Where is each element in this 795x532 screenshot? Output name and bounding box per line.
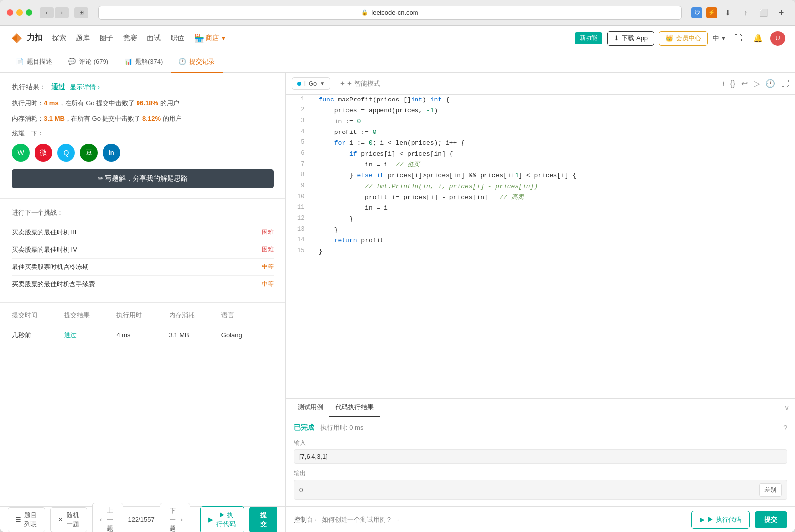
logo-icon bbox=[10, 32, 24, 45]
nav-explore[interactable]: 探索 bbox=[52, 34, 66, 43]
random-problem-button[interactable]: ✕ 随机一题 bbox=[50, 507, 87, 532]
challenge-item-1[interactable]: 买卖股票的最佳时机 III 困难 bbox=[12, 224, 274, 241]
tab-solutions[interactable]: 📊 题解(374) bbox=[116, 51, 171, 73]
test-input-label: 输入 bbox=[294, 439, 787, 447]
shield-extension-icon[interactable]: 🛡 bbox=[691, 7, 702, 18]
weibo-share-button[interactable]: 微 bbox=[35, 144, 52, 162]
console-separator: · bbox=[397, 516, 399, 523]
nav-interview[interactable]: 面试 bbox=[147, 34, 161, 43]
url-bar[interactable]: 🔒 leetcode-cn.com bbox=[98, 6, 682, 20]
tab-view-button[interactable]: ⊞ bbox=[74, 7, 88, 18]
execution-result-tab[interactable]: 代码执行结果 bbox=[329, 399, 380, 417]
execute-button[interactable]: ▶ ▶ 执行代码 bbox=[200, 506, 244, 532]
write-solution-button[interactable]: ✏ 写题解，分享我的解题思路 bbox=[12, 169, 274, 188]
problem-list-button[interactable]: ☰ 题目列表 bbox=[8, 507, 45, 532]
submit-code-button[interactable]: 提交 bbox=[755, 511, 787, 528]
result-row: 执行结果： 通过 显示详情 › bbox=[12, 83, 274, 92]
result-status[interactable]: 通过 bbox=[51, 83, 65, 92]
language-button[interactable]: 中 ▼ bbox=[713, 34, 726, 43]
test-case-tab[interactable]: 测试用例 bbox=[292, 399, 329, 417]
new-feature-button[interactable]: 新功能 bbox=[575, 32, 602, 44]
solution-icon: 📊 bbox=[124, 58, 132, 65]
result-detail-link[interactable]: 显示详情 › bbox=[70, 83, 100, 92]
next-challenge-label: 进行下一个挑战： bbox=[12, 208, 274, 217]
td-result[interactable]: 通过 bbox=[64, 331, 116, 340]
th-time: 提交时间 bbox=[12, 311, 64, 320]
mem-value: 3.1 MB bbox=[44, 115, 65, 122]
time-stat: 执行用时：4 ms，在所有 Go 提交中击败了 96.18% 的用户 bbox=[12, 99, 274, 109]
nav-circle[interactable]: 圈子 bbox=[100, 34, 113, 43]
expand-test-icon[interactable]: ∨ bbox=[784, 404, 789, 412]
tab-description[interactable]: 📄 题目描述 bbox=[8, 51, 60, 73]
prev-problem-button[interactable]: ‹ 上一题 bbox=[92, 503, 123, 532]
download-icon[interactable]: ⬇ bbox=[721, 7, 735, 18]
diff-button[interactable]: 差别 bbox=[759, 483, 782, 497]
submission-table: 提交时间 提交结果 执行用时 内存消耗 语言 几秒前 通过 4 ms 3.1 M… bbox=[0, 303, 285, 354]
code-format-icon[interactable]: {} bbox=[730, 79, 735, 88]
challenge-item-4[interactable]: 买卖股票的最佳时机含手续费 中等 bbox=[12, 276, 274, 293]
next-challenge-section: 进行下一个挑战： 买卖股票的最佳时机 III 困难 买卖股票的最佳时机 IV 困… bbox=[0, 199, 285, 303]
close-button[interactable] bbox=[7, 9, 13, 16]
code-line-1: 1 func maxProfit(prices []int) int { bbox=[286, 95, 795, 105]
bell-icon[interactable]: 🔔 bbox=[751, 31, 765, 46]
next-problem-button[interactable]: 下一题 › bbox=[160, 503, 190, 532]
ai-mode-button[interactable]: ✦ ✦ 智能模式 bbox=[335, 77, 384, 91]
minimize-button[interactable] bbox=[16, 9, 23, 16]
test-tabs: 测试用例 代码执行结果 ∨ bbox=[286, 399, 795, 417]
left-panel: 执行结果： 通过 显示详情 › 执行用时：4 ms，在所有 Go 提交中击败了 … bbox=[0, 73, 286, 532]
code-table: 1 func maxProfit(prices []int) int { 2 p… bbox=[286, 95, 795, 257]
douban-share-button[interactable]: 豆 bbox=[80, 144, 98, 162]
logo[interactable]: 力扣 bbox=[10, 32, 42, 45]
fullscreen-icon[interactable]: ⛶ bbox=[731, 31, 746, 46]
test-help-icon[interactable]: ? bbox=[783, 424, 787, 432]
nav-shop[interactable]: 🏪 商店 ▼ bbox=[194, 33, 226, 43]
share-icons: W 微 Q 豆 in bbox=[12, 144, 274, 162]
add-tab-icon[interactable]: + bbox=[774, 7, 788, 18]
user-avatar[interactable]: U bbox=[770, 31, 785, 46]
nav-contest[interactable]: 竞赛 bbox=[123, 34, 137, 43]
tab-comments[interactable]: 💬 评论 (679) bbox=[60, 51, 116, 73]
bottom-bar: ☰ 题目列表 ✕ 随机一题 ‹ 上一题 122/1557 下一题 › bbox=[0, 506, 285, 532]
challenge-item-2[interactable]: 买卖股票的最佳时机 IV 困难 bbox=[12, 241, 274, 259]
reader-icon[interactable]: ⬜ bbox=[757, 7, 770, 18]
forward-button[interactable]: › bbox=[55, 7, 69, 18]
vip-button[interactable]: 👑 会员中心 bbox=[659, 31, 708, 46]
code-line-2: 2 prices = append(prices, -1) bbox=[286, 105, 795, 116]
test-panel: 测试用例 代码执行结果 ∨ 已完成 执行用时: 0 ms ? 输入 [7,6,4… bbox=[286, 398, 795, 506]
execute-code-button[interactable]: ▶ ▶ 执行代码 bbox=[691, 511, 750, 529]
right-panel: i Go ▼ ✦ ✦ 智能模式 i {} ↩ ▷ 🕐 ⛶ bbox=[286, 73, 795, 532]
code-line-7: 7 in = i // 低买 bbox=[286, 160, 795, 170]
th-lang: 语言 bbox=[221, 311, 274, 320]
info-icon[interactable]: i bbox=[722, 80, 724, 88]
fullscreen-button[interactable] bbox=[26, 9, 32, 16]
navbar: 力扣 探索 题库 圈子 竞赛 面试 职位 🏪 商店 ▼ 新功能 ⬇ 下载 App… bbox=[0, 26, 795, 51]
share-label: 炫耀一下： bbox=[12, 129, 274, 138]
fullscreen-editor-icon[interactable]: ⛶ bbox=[781, 79, 789, 88]
next-icon: › bbox=[181, 516, 183, 523]
play-icon: ▶ bbox=[700, 516, 705, 523]
submit-button[interactable]: 提交 bbox=[249, 507, 277, 532]
history-icon[interactable]: 🕐 bbox=[765, 79, 775, 88]
filter-extension-icon[interactable]: ⚡ bbox=[706, 7, 717, 18]
linkedin-share-button[interactable]: in bbox=[103, 144, 120, 162]
table-row: 几秒前 通过 4 ms 3.1 MB Golang bbox=[12, 325, 274, 346]
undo-icon[interactable]: ↩ bbox=[741, 79, 748, 88]
share-icon[interactable]: ↑ bbox=[739, 7, 753, 18]
shop-chevron: ▼ bbox=[221, 35, 226, 41]
nav-problems[interactable]: 题库 bbox=[76, 34, 90, 43]
tab-submissions[interactable]: 🕐 提交记录 bbox=[171, 51, 223, 73]
download-app-button[interactable]: ⬇ 下载 App bbox=[607, 31, 654, 46]
language-selector[interactable]: i Go ▼ bbox=[292, 77, 330, 90]
wechat-share-button[interactable]: W bbox=[12, 144, 30, 162]
console-label[interactable]: 控制台 · bbox=[294, 515, 317, 524]
challenge-item-3[interactable]: 最佳买卖股票时机含冷冻期 中等 bbox=[12, 259, 274, 276]
how-to-test-link[interactable]: 如何创建一个测试用例？ bbox=[322, 515, 392, 524]
code-line-14: 14 return profit bbox=[286, 235, 795, 246]
nav-job[interactable]: 职位 bbox=[171, 34, 184, 43]
run-icon[interactable]: ▷ bbox=[754, 79, 760, 88]
code-line-12: 12 } bbox=[286, 214, 795, 225]
lang-label: i bbox=[304, 80, 306, 87]
back-button[interactable]: ‹ bbox=[40, 7, 54, 18]
qq-share-button[interactable]: Q bbox=[57, 144, 75, 162]
code-editor[interactable]: 1 func maxProfit(prices []int) int { 2 p… bbox=[286, 95, 795, 398]
